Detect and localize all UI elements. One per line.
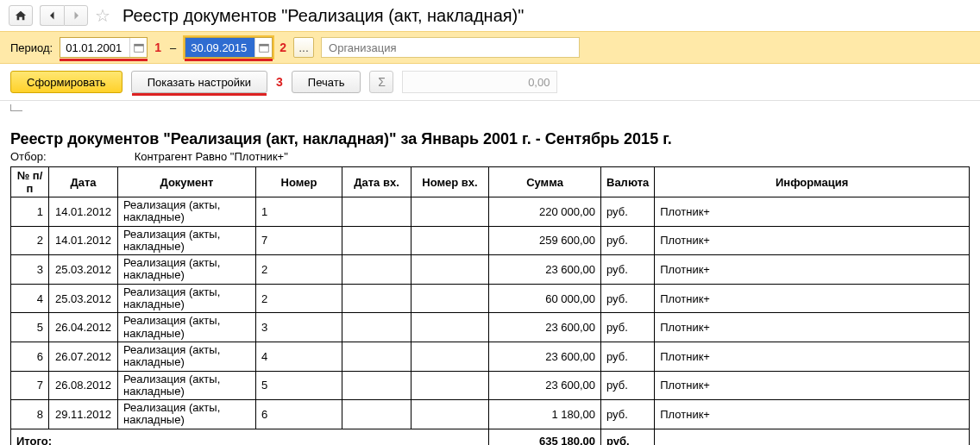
cell-num: 2 xyxy=(11,226,49,255)
arrow-right-icon xyxy=(71,10,81,21)
table-row[interactable]: 325.03.2012Реализация (акты, накладные)2… xyxy=(11,255,970,285)
cell-date-in xyxy=(342,400,411,429)
cell-date: 25.03.2012 xyxy=(49,284,118,313)
report-filter-label: Отбор: xyxy=(10,150,131,163)
period-to-field[interactable] xyxy=(185,37,273,58)
back-button[interactable] xyxy=(40,5,64,26)
col-header-date-in: Дата вх. xyxy=(342,167,411,197)
col-header-info: Информация xyxy=(655,167,970,197)
favorite-star-icon[interactable]: ☆ xyxy=(95,5,110,26)
calendar-svg-icon xyxy=(259,42,269,53)
table-row[interactable]: 626.07.2012Реализация (акты, накладные)4… xyxy=(11,342,970,371)
cell-nomer-in xyxy=(411,226,489,255)
period-to-input[interactable] xyxy=(185,38,254,57)
cell-currency: руб. xyxy=(601,197,655,227)
cell-num: 8 xyxy=(11,400,49,429)
cell-sum: 60 000,00 xyxy=(489,284,601,313)
form-button[interactable]: Сформировать xyxy=(10,71,122,93)
cell-nomer: 6 xyxy=(256,400,342,429)
cell-info: Плотник+ xyxy=(655,342,970,371)
table-row[interactable]: 425.03.2012Реализация (акты, накладные)2… xyxy=(11,284,970,313)
cell-date-in xyxy=(342,197,411,227)
cell-currency: руб. xyxy=(601,371,655,400)
cell-sum: 23 600,00 xyxy=(489,371,601,400)
cell-sum: 1 180,00 xyxy=(489,400,601,429)
home-button[interactable] xyxy=(9,5,33,26)
cell-doc: Реализация (акты, накладные) xyxy=(118,284,256,313)
cell-nomer: 5 xyxy=(256,371,342,400)
cell-nomer-in xyxy=(411,197,489,227)
period-label: Период: xyxy=(10,41,53,54)
period-from-field[interactable] xyxy=(60,37,148,58)
cell-nomer: 2 xyxy=(256,255,342,285)
period-picker-button[interactable]: ... xyxy=(293,37,314,58)
table-row[interactable]: 829.11.2012Реализация (акты, накладные)6… xyxy=(11,400,970,429)
cell-date: 14.01.2012 xyxy=(49,226,118,255)
svg-rect-3 xyxy=(260,44,269,46)
cell-date: 29.11.2012 xyxy=(49,400,118,429)
table-row[interactable]: 726.08.2012Реализация (акты, накладные)5… xyxy=(11,371,970,400)
cell-num: 3 xyxy=(11,255,49,285)
col-header-date: Дата xyxy=(49,167,118,197)
total-label: Итого: xyxy=(11,429,489,445)
sum-display: 0,00 xyxy=(402,71,557,93)
cell-date: 25.03.2012 xyxy=(49,255,118,285)
report-filter: Отбор: Контрагент Равно "Плотник+" xyxy=(10,150,970,163)
col-header-nomer: Номер xyxy=(256,167,342,197)
cell-info: Плотник+ xyxy=(655,197,970,227)
report-filter-value: Контрагент Равно "Плотник+" xyxy=(135,150,288,163)
calendar-icon[interactable] xyxy=(254,38,272,57)
report-table: № п/п Дата Документ Номер Дата вх. Номер… xyxy=(10,166,970,445)
cell-num: 7 xyxy=(11,371,49,400)
cell-sum: 23 600,00 xyxy=(489,255,601,285)
total-currency: руб. xyxy=(601,429,655,445)
cell-date-in xyxy=(342,226,411,255)
cell-info: Плотник+ xyxy=(655,255,970,285)
cell-nomer: 4 xyxy=(256,342,342,371)
annotation-1: 1 xyxy=(154,41,161,54)
cell-currency: руб. xyxy=(601,255,655,285)
cell-currency: руб. xyxy=(601,313,655,342)
cell-info: Плотник+ xyxy=(655,284,970,313)
calendar-icon[interactable] xyxy=(129,38,147,57)
cell-date: 26.08.2012 xyxy=(49,371,118,400)
col-header-currency: Валюта xyxy=(601,167,655,197)
annotation-3: 3 xyxy=(276,75,283,89)
organization-input[interactable] xyxy=(321,37,580,58)
cell-nomer: 3 xyxy=(256,313,342,342)
cell-currency: руб. xyxy=(601,226,655,255)
show-settings-button[interactable]: Показать настройки xyxy=(131,71,267,93)
table-row[interactable]: 114.01.2012Реализация (акты, накладные)1… xyxy=(11,197,970,227)
home-icon xyxy=(15,9,27,22)
cell-date-in xyxy=(342,371,411,400)
period-from-input[interactable] xyxy=(60,38,129,57)
col-header-sum: Сумма xyxy=(489,167,601,197)
cell-nomer-in xyxy=(411,284,489,313)
cell-nomer-in xyxy=(411,255,489,285)
cell-num: 1 xyxy=(11,197,49,227)
table-row[interactable]: 214.01.2012Реализация (акты, накладные)7… xyxy=(11,226,970,255)
cell-doc: Реализация (акты, накладные) xyxy=(118,371,256,400)
cell-date: 14.01.2012 xyxy=(49,197,118,227)
col-header-doc: Документ xyxy=(118,167,256,197)
sigma-button[interactable]: Σ xyxy=(369,71,393,93)
forward-button[interactable] xyxy=(64,5,88,26)
cell-doc: Реализация (акты, накладные) xyxy=(118,313,256,342)
cell-doc: Реализация (акты, накладные) xyxy=(118,400,256,429)
report-corner-decoration xyxy=(10,104,22,111)
print-button[interactable]: Печать xyxy=(292,71,361,93)
cell-num: 5 xyxy=(11,313,49,342)
cell-nomer-in xyxy=(411,400,489,429)
cell-doc: Реализация (акты, накладные) xyxy=(118,255,256,285)
cell-info: Плотник+ xyxy=(655,226,970,255)
cell-num: 4 xyxy=(11,284,49,313)
cell-nomer: 1 xyxy=(256,197,342,227)
total-row: Итого: 635 180,00 руб. xyxy=(11,429,970,445)
col-header-num: № п/п xyxy=(11,167,49,197)
total-info xyxy=(655,429,970,445)
cell-nomer-in xyxy=(411,342,489,371)
report-title: Реестр документов "Реализация (акт, накл… xyxy=(10,130,970,148)
table-row[interactable]: 526.04.2012Реализация (акты, накладные)3… xyxy=(11,313,970,342)
cell-date: 26.07.2012 xyxy=(49,342,118,371)
cell-date-in xyxy=(342,342,411,371)
